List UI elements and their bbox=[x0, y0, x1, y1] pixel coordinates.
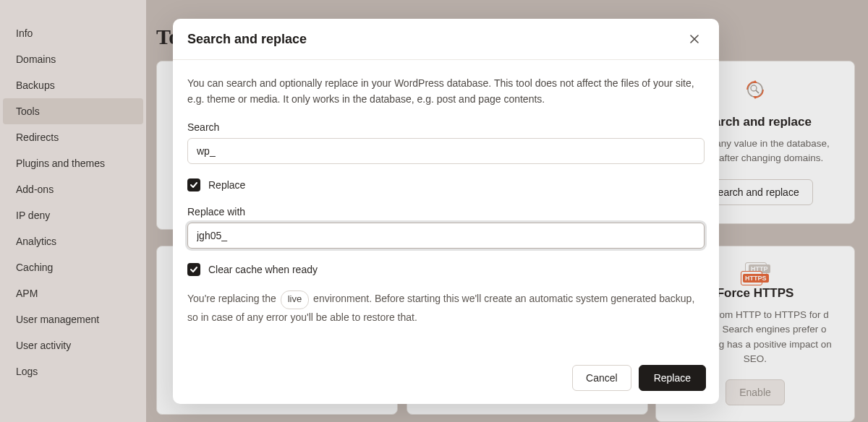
modal-header: Search and replace bbox=[173, 19, 719, 60]
replace-with-field-block: Replace with bbox=[187, 206, 705, 249]
modal-intro-text: You can search and optionally replace in… bbox=[187, 76, 705, 107]
replace-with-input[interactable] bbox=[187, 223, 705, 249]
page-root: Info Domains Backups Tools Redirects Plu… bbox=[0, 0, 868, 422]
search-replace-modal: Search and replace You can search and op… bbox=[173, 19, 719, 404]
replace-with-label: Replace with bbox=[187, 206, 705, 218]
search-field-block: Search bbox=[187, 121, 705, 164]
modal-title: Search and replace bbox=[187, 32, 307, 47]
replace-checkbox[interactable] bbox=[187, 178, 200, 191]
search-input[interactable] bbox=[187, 138, 705, 164]
environment-pill: live bbox=[281, 290, 310, 309]
replace-button[interactable]: Replace bbox=[639, 365, 706, 391]
modal-body: You can search and optionally replace in… bbox=[173, 60, 719, 355]
cancel-button[interactable]: Cancel bbox=[572, 365, 631, 391]
modal-footer: Cancel Replace bbox=[173, 355, 719, 404]
replace-checkbox-label: Replace bbox=[208, 179, 245, 191]
search-label: Search bbox=[187, 121, 705, 133]
replace-toggle-row: Replace bbox=[187, 178, 705, 191]
close-icon[interactable] bbox=[686, 30, 703, 48]
note-pre: You're replacing the bbox=[187, 293, 279, 304]
clear-cache-checkbox[interactable] bbox=[187, 263, 200, 276]
clear-cache-row: Clear cache when ready bbox=[187, 263, 705, 276]
clear-cache-label: Clear cache when ready bbox=[208, 264, 318, 275]
environment-note: You're replacing the live environment. B… bbox=[187, 290, 705, 325]
